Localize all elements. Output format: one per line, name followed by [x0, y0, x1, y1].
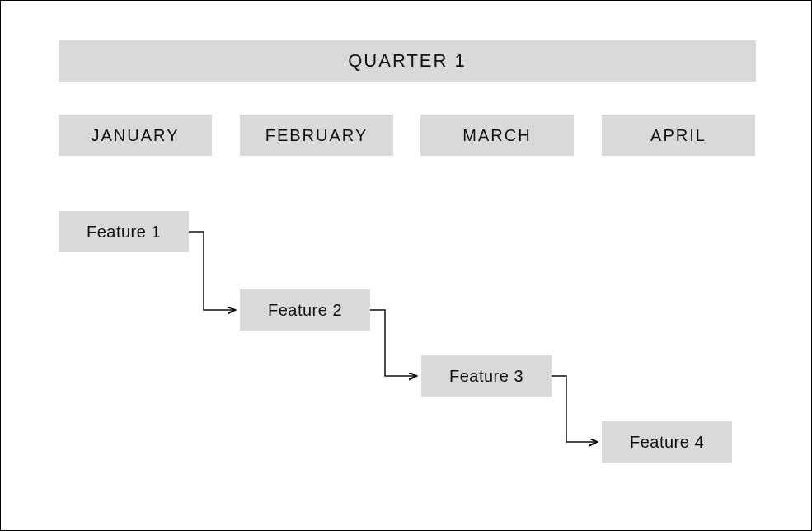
connector-arrow	[370, 310, 416, 376]
feature-1: Feature 1	[59, 211, 189, 252]
month-april: APRIL	[602, 115, 755, 156]
quarter-header: QUARTER 1	[59, 40, 756, 82]
feature-4: Feature 4	[602, 421, 732, 463]
connector-arrow	[552, 376, 597, 442]
feature-2: Feature 2	[240, 289, 370, 331]
connector-arrow	[189, 232, 235, 310]
feature-3: Feature 3	[421, 355, 552, 397]
month-february: FEBRUARY	[240, 115, 393, 156]
month-january: JANUARY	[59, 115, 212, 156]
diagram-canvas: QUARTER 1 JANUARY FEBRUARY MARCH APRIL F…	[0, 0, 812, 531]
month-march: MARCH	[420, 115, 574, 156]
